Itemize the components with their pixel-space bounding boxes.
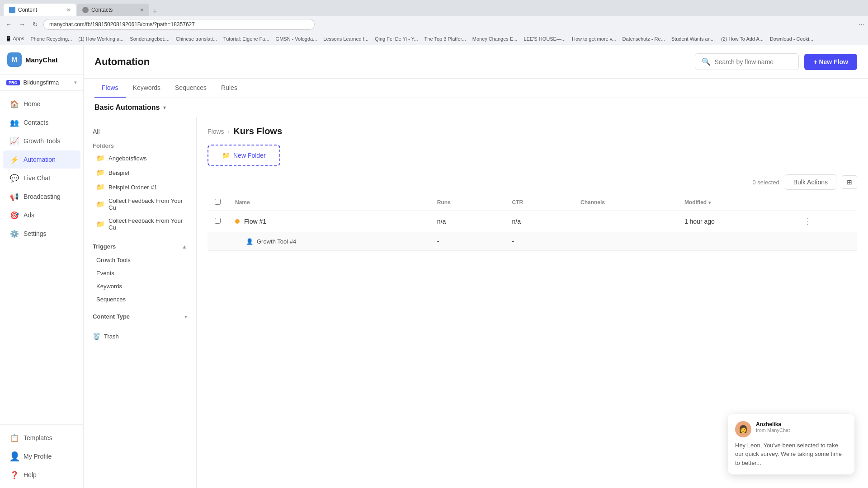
sidebar-item-my-profile[interactable]: 👤 My Profile bbox=[3, 447, 80, 465]
bookmark-1[interactable]: Phone Recycling... bbox=[29, 36, 74, 42]
chat-notification[interactable]: 👩 Anzhelika from ManyChat Hey Leon, You'… bbox=[728, 414, 854, 475]
sidebar-item-home[interactable]: 🏠 Home bbox=[3, 95, 80, 113]
pro-badge: PRO bbox=[6, 80, 20, 85]
bulk-actions-button[interactable]: Bulk Actions bbox=[785, 174, 836, 190]
table-header-modified[interactable]: Modified ▾ bbox=[677, 194, 797, 211]
new-flow-button[interactable]: + New Flow bbox=[804, 54, 857, 70]
bookmark-9[interactable]: The Top 3 Platfor... bbox=[423, 36, 468, 42]
trigger-sequences[interactable]: Sequences bbox=[84, 293, 196, 306]
breadcrumb-parent[interactable]: Flows bbox=[208, 128, 224, 135]
row-checkbox[interactable] bbox=[215, 218, 221, 224]
close-tab-content[interactable]: ✕ bbox=[66, 7, 71, 13]
sidebar-item-templates[interactable]: 📋 Templates bbox=[3, 429, 80, 447]
breadcrumb: Flows › Kurs Flows bbox=[197, 117, 868, 141]
folder-icon: 📁 bbox=[96, 169, 105, 177]
sidebar-item-contacts[interactable]: 👥 Contacts bbox=[3, 113, 80, 131]
growth-tools-icon: 📈 bbox=[10, 136, 19, 145]
sidebar-item-help[interactable]: ❓ Help bbox=[3, 466, 80, 484]
address-bar: ← → ↻ ⋯ bbox=[0, 16, 868, 33]
bookmark-3[interactable]: Sonderangebot:... bbox=[128, 36, 171, 42]
bookmark-8[interactable]: Qing Fei De Yi - Y... bbox=[373, 36, 420, 42]
ads-icon: 🎯 bbox=[10, 211, 19, 220]
back-button[interactable]: ← bbox=[4, 20, 14, 29]
bookmark-12[interactable]: How to get more v... bbox=[570, 36, 618, 42]
folder-angebotsflows[interactable]: 📁 Angebotsflows bbox=[84, 151, 196, 165]
bookmark-5[interactable]: Tutorial: Eigene Fa... bbox=[222, 36, 271, 42]
bookmark-11[interactable]: LEE'S HOUSE—... bbox=[522, 36, 567, 42]
sidebar-item-broadcasting[interactable]: 📢 Broadcasting bbox=[3, 188, 80, 206]
forward-button[interactable]: → bbox=[17, 20, 27, 29]
bookmark-10[interactable]: Money Changes E... bbox=[471, 36, 519, 42]
bookmark-13[interactable]: Datenschutz - Re... bbox=[621, 36, 667, 42]
folder-beispiel-ordner-1[interactable]: 📁 Beispiel Ordner #1 bbox=[84, 180, 196, 194]
bookmark-7[interactable]: Lessons Learned f... bbox=[321, 36, 370, 42]
tab-sequences[interactable]: Sequences bbox=[168, 79, 214, 98]
sub-row-ctr-cell: - bbox=[505, 232, 573, 251]
bookmark-4[interactable]: Chinese translati... bbox=[174, 36, 219, 42]
bookmark-16[interactable]: Download - Cooki... bbox=[768, 36, 815, 42]
extensions-area: ⋯ bbox=[859, 21, 864, 28]
account-switcher[interactable]: PRO Bildungsfirma ▾ bbox=[0, 75, 83, 91]
folder-icon: 📁 bbox=[96, 154, 105, 162]
folder-beispiel[interactable]: 📁 Beispiel bbox=[84, 165, 196, 180]
folders-label: Folders bbox=[84, 139, 196, 151]
chat-header: 👩 Anzhelika from ManyChat bbox=[735, 421, 847, 437]
folder-collect-2[interactable]: 📁 Collect Feedback From Your Cu bbox=[84, 214, 196, 234]
triggers-chevron: ▲ bbox=[182, 244, 187, 250]
trigger-keywords[interactable]: Keywords bbox=[84, 280, 196, 293]
tab-bar: Content ✕ Contacts ✕ + bbox=[0, 0, 868, 16]
reload-button[interactable]: ↻ bbox=[31, 20, 40, 29]
tab-rules[interactable]: Rules bbox=[214, 79, 245, 98]
trigger-events[interactable]: Events bbox=[84, 267, 196, 280]
tab-flows[interactable]: Flows bbox=[94, 79, 126, 98]
bookmark-6[interactable]: GMSN - Vologda... bbox=[274, 36, 319, 42]
sidebar-item-live-chat[interactable]: 💬 Live Chat bbox=[3, 169, 80, 187]
row-checkbox-cell bbox=[208, 211, 228, 232]
settings-icon: ⚙️ bbox=[10, 229, 19, 238]
tab-content[interactable]: Content ✕ bbox=[4, 4, 76, 16]
search-input[interactable] bbox=[714, 58, 792, 66]
help-icon: ❓ bbox=[10, 470, 19, 479]
table-header-ctr: CTR bbox=[505, 194, 573, 211]
chevron-down-icon: ▾ bbox=[74, 80, 77, 85]
trigger-growth-tools[interactable]: Growth Tools bbox=[84, 253, 196, 267]
flow-name-cell[interactable]: Flow #1 bbox=[228, 211, 430, 232]
chat-message: Hey Leon, You've been selected to take o… bbox=[735, 441, 847, 468]
logo-area: M ManyChat bbox=[0, 45, 83, 75]
flow-more-button[interactable]: ⋮ bbox=[804, 216, 812, 226]
new-folder-button[interactable]: 📁 New Folder bbox=[208, 145, 280, 166]
triggers-header[interactable]: Triggers ▲ bbox=[84, 239, 196, 253]
bookmark-2[interactable]: (1) How Working a... bbox=[76, 36, 125, 42]
bookmarks-bar: 📱 Apps Phone Recycling... (1) How Workin… bbox=[0, 33, 868, 45]
trash-item[interactable]: 🗑️ Trash bbox=[84, 329, 196, 343]
sidebar-item-ads[interactable]: 🎯 Ads bbox=[3, 206, 80, 224]
url-input[interactable] bbox=[43, 19, 315, 30]
flow-channels-cell bbox=[573, 211, 677, 232]
sidebar-item-automation[interactable]: ⚡ Automation bbox=[3, 150, 80, 169]
basic-automations-row[interactable]: Basic Automations ▾ bbox=[84, 98, 868, 117]
all-filter[interactable]: All bbox=[84, 124, 196, 139]
search-icon: 🔍 bbox=[702, 57, 711, 66]
growth-tool-icon: 👤 bbox=[246, 238, 253, 245]
folder-collect-1[interactable]: 📁 Collect Feedback From Your Cu bbox=[84, 194, 196, 214]
select-all-checkbox[interactable] bbox=[215, 199, 221, 205]
trash-icon: 🗑️ bbox=[93, 333, 100, 340]
sidebar-item-growth-tools[interactable]: 📈 Growth Tools bbox=[3, 132, 80, 150]
chat-sender-info: Anzhelika from ManyChat bbox=[756, 421, 790, 433]
live-chat-icon: 💬 bbox=[10, 174, 19, 183]
breadcrumb-separator: › bbox=[228, 128, 230, 135]
table-toolbar: 0 selected Bulk Actions ⊞ bbox=[197, 170, 868, 194]
content-type-header[interactable]: Content Type ▾ bbox=[84, 310, 196, 324]
bookmark-15[interactable]: (2) How To Add A... bbox=[719, 36, 765, 42]
grid-view-button[interactable]: ⊞ bbox=[842, 175, 857, 189]
bookmark-apps[interactable]: 📱 Apps bbox=[4, 35, 26, 42]
tab-contacts[interactable]: Contacts ✕ bbox=[77, 4, 149, 16]
tabs-bar: Flows Keywords Sequences Rules bbox=[84, 79, 868, 98]
bookmark-14[interactable]: Student Wants an... bbox=[670, 36, 717, 42]
new-tab-button[interactable]: + bbox=[150, 6, 160, 16]
table-row: Flow #1 n/a n/a 1 hour ago ⋮ bbox=[208, 211, 857, 232]
sub-row-runs-cell: - bbox=[430, 232, 505, 251]
tab-keywords[interactable]: Keywords bbox=[126, 79, 168, 98]
sidebar-item-settings[interactable]: ⚙️ Settings bbox=[3, 225, 80, 243]
close-tab-contacts[interactable]: ✕ bbox=[140, 7, 144, 13]
